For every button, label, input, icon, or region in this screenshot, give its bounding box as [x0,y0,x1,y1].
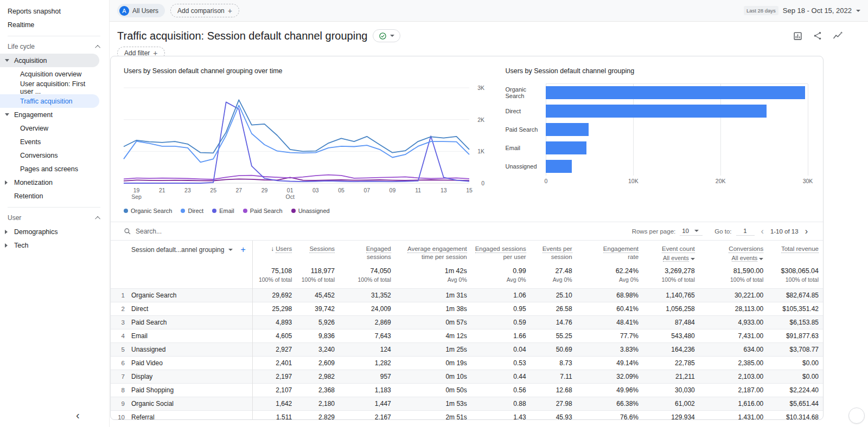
bar-chart-x-axis: 010K20K30K [546,176,808,185]
column-header-total-revenue[interactable]: Total revenue [768,241,823,262]
sidebar-item-reports-snapshot[interactable]: Reports snapshot [0,4,99,18]
column-header-conversions[interactable]: ConversionsAll events [699,241,768,262]
line-series-email [124,102,469,183]
all-users-segment-chip[interactable]: A All Users [117,4,165,17]
metric-value: 1m 38s [395,302,471,316]
sidebar-item-demographics[interactable]: Demographics [0,225,99,238]
metric-value: 2,197 [252,370,296,384]
table-search-input[interactable] [136,228,298,235]
y-axis-tick: 3K [477,85,484,91]
sidebar-item-events[interactable]: Events [0,135,99,148]
channel-name: Unassigned [131,346,165,353]
metric-value: 5,926 [296,316,339,329]
arrow-right-icon[interactable] [5,180,8,185]
insights-icon[interactable] [832,30,843,41]
legend-item-paid-search: Paid Search [243,208,283,214]
column-header-average-engagement-time-per-session[interactable]: Average engagementtime per session [395,241,471,262]
date-range-picker[interactable]: Sep 18 - Oct 15, 2022 [783,7,852,15]
bar[interactable] [546,86,805,99]
bar[interactable] [546,105,767,118]
metric-event-dropdown[interactable]: All events [643,255,695,262]
rows-per-page-select[interactable]: 10 [680,227,703,236]
metric-value: $5,651.44 [768,397,823,411]
arrow-right-icon[interactable] [5,230,8,234]
add-comparison-label: Add comparison [177,7,225,15]
report-scope-badge[interactable] [373,29,400,42]
metric-event-dropdown[interactable]: All events [699,255,764,262]
metric-value: 7,431.00 [699,329,768,343]
sidebar-item-acquisition-overview[interactable]: Acquisition overview [0,67,99,81]
table-row[interactable]: 4Email4,6059,8367,6434m 12s1.6655.2577.7… [111,329,823,343]
sidebar-item-retention[interactable]: Retention [0,189,99,203]
sidebar-item-tech[interactable]: Tech [0,238,99,252]
add-dimension-button[interactable]: + [240,245,245,255]
x-axis-tick: 21 [159,187,165,193]
table-row[interactable]: 1Organic Search29,69245,45231,3521m 31s1… [111,289,823,302]
sidebar-section-life-cycle[interactable]: Life cycle [0,40,109,54]
goto-page-input[interactable]: 1 [736,227,755,236]
sidebar-item-engagement[interactable]: Engagement [0,108,99,121]
sidebar-item-acquisition[interactable]: Acquisition [0,54,99,67]
table-row[interactable]: 9Organic Social1,6422,1801,4471m 53s0.88… [111,397,823,411]
bar-category-label: Email [505,145,546,151]
floating-action-button[interactable] [848,407,865,424]
bar[interactable] [546,141,586,154]
column-header-engaged-sessions-per-user[interactable]: Engaged sessionsper user [471,241,531,262]
arrow-right-icon[interactable] [5,243,8,248]
arrow-down-icon[interactable] [5,113,9,116]
bar-row-direct: Direct [505,102,810,120]
sidebar-item-label: Reports snapshot [8,8,61,15]
column-header-events-per-session[interactable]: Events persession [531,241,577,262]
sidebar-section-user[interactable]: User [0,211,109,225]
sidebar-item-monetization[interactable]: Monetization [0,176,99,189]
bar-row-email: Email [505,139,810,157]
column-header-users[interactable]: ↓Users [252,241,296,262]
bar-chart-title: Users by Session default channel groupin… [505,67,810,75]
line-chart-title: Users by Session default channel groupin… [124,67,484,75]
chevron-down-icon[interactable] [856,10,860,12]
table-row[interactable]: 6Paid Video2,4012,6091,2820m 19s0.538.73… [111,357,823,370]
x-axis-tick: 13 [441,187,447,193]
add-comparison-button[interactable]: Add comparison + [170,4,239,17]
sidebar-item-realtime[interactable]: Realtime [0,18,99,31]
table-row[interactable]: 3Paid Search4,8935,9262,8690m 57s0.5914.… [111,316,823,329]
table-row[interactable]: 2Direct25,29839,74224,0091m 38s0.9526.58… [111,302,823,316]
metric-value: 66.38% [577,397,643,411]
arrow-down-icon[interactable] [5,59,9,62]
metric-value: 2,609 [296,357,339,370]
column-header-sessions[interactable]: Sessions [296,241,339,262]
sidebar-item-conversions[interactable]: Conversions [0,148,99,162]
previous-page-chevron-icon[interactable]: ‹ [759,227,766,236]
metric-value: 29,692 [252,289,296,302]
sidebar-item-pages-and-screens[interactable]: Pages and screens [0,162,99,176]
rows-per-page-value: 10 [682,228,689,234]
legend-item-unassigned: Unassigned [291,208,330,214]
sidebar-item-label: Overview [20,125,48,132]
x-axis-tick: 11 [415,187,421,193]
column-header-engagement-rate[interactable]: Engagementrate [577,241,643,262]
table-row[interactable]: 7Display2,1972,9829570m 10s0.447.1132.09… [111,370,823,384]
metric-value: 1m 53s [395,397,471,411]
sidebar-item-overview[interactable]: Overview [0,121,99,135]
metric-value: 49.96% [577,384,643,397]
share-icon[interactable] [813,31,822,41]
customize-report-icon[interactable] [793,31,803,41]
sidebar-collapse-chevron-icon[interactable]: ‹ [76,409,80,422]
channel-name: Referral [131,413,155,420]
table-row[interactable]: 10Referral1,5112,8292,1672m 51s1.4345.93… [111,411,823,420]
legend-item-email: Email [212,208,234,214]
column-header-engaged-sessions[interactable]: Engagedsessions [339,241,395,262]
plus-icon: + [228,7,232,15]
metric-value: 27.98 [531,397,577,411]
bar[interactable] [546,160,571,173]
table-row[interactable]: 8Paid Shopping2,1072,3681,1830m 50s0.561… [111,384,823,397]
next-page-chevron-icon[interactable]: › [803,227,810,236]
bar[interactable] [546,123,589,136]
dimension-selector[interactable]: Session default...annel grouping + [131,245,248,255]
sidebar-item-user-acquisition-first-user[interactable]: User acquisition: First user ... [0,81,99,94]
table-row[interactable]: 5Unassigned2,9273,2401241m 25s0.0450.693… [111,343,823,357]
sidebar-item-traffic-acquisition[interactable]: Traffic acquisition [0,94,99,108]
row-number: 9 [111,400,125,407]
sidebar-item-label: User acquisition: First user ... [20,80,99,95]
column-header-event-count[interactable]: Event countAll events [643,241,699,262]
